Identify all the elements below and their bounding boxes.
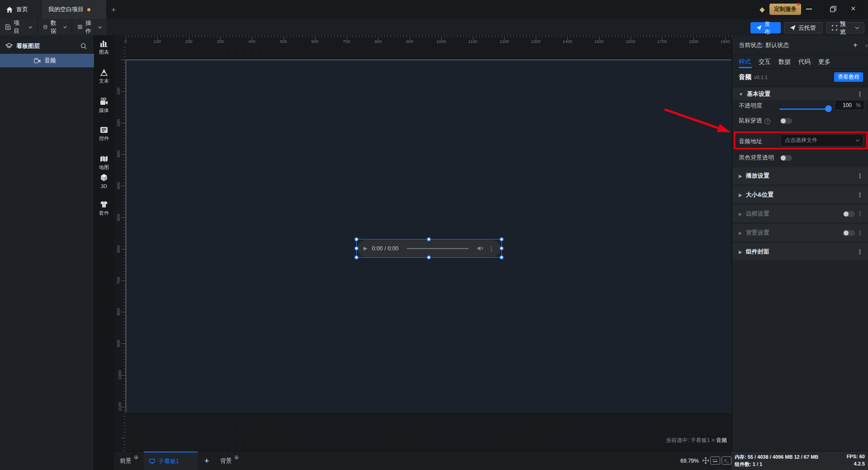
expand-icon: ▶: [739, 249, 742, 254]
resize-handle-sw[interactable]: [354, 255, 359, 259]
board-tab-label: 子看板1: [158, 457, 179, 465]
state-value[interactable]: 默认状态: [765, 41, 789, 49]
publish-button[interactable]: 发布: [750, 22, 781, 33]
section-menu-icon[interactable]: ⋮: [857, 249, 863, 255]
section-menu-icon[interactable]: ⋮: [857, 91, 863, 97]
section-size-position[interactable]: ▶ 大小&位置 ⋮: [732, 186, 868, 203]
v-ruler-label: 1100: [117, 402, 122, 411]
section-cover[interactable]: ▶ 组件封面 ⋮: [732, 243, 868, 260]
v-ruler-label: 900: [116, 340, 121, 347]
resize-handle-s[interactable]: [427, 255, 431, 259]
cloud-host-label: 云托管: [798, 24, 816, 32]
asset-item-3d[interactable]: 3D: [94, 174, 114, 189]
menu-actions-label: 操作: [85, 19, 94, 35]
restore-window-button[interactable]: [830, 6, 836, 12]
h-ruler-label: 700: [343, 39, 350, 44]
component-name: 音频: [739, 73, 751, 81]
asset-item-charts[interactable]: 图表: [94, 40, 114, 56]
background-toggle[interactable]: [843, 230, 855, 236]
section-border[interactable]: ▶ 边框设置 ⋮: [732, 205, 868, 222]
menu-actions[interactable]: 操作: [72, 19, 107, 35]
tab-data[interactable]: 数据: [778, 58, 791, 66]
resize-handle-e[interactable]: [500, 246, 504, 250]
layers-panel-title: 看板图层: [16, 42, 40, 50]
play-icon[interactable]: ▶: [363, 245, 367, 251]
asset-item-label: 套件: [99, 210, 109, 216]
add-foreground-icon[interactable]: ⊕: [134, 454, 138, 461]
h-ruler-label: 1000: [436, 39, 446, 44]
border-toggle[interactable]: [843, 211, 855, 217]
asset-item-maps[interactable]: 地图: [94, 155, 114, 171]
section-playback[interactable]: ▶ 播放设置 ⋮: [732, 167, 868, 184]
expand-states-icon[interactable]: ›: [865, 41, 868, 49]
resize-handle-ne[interactable]: [500, 237, 504, 241]
console-icon[interactable]: >_: [722, 456, 731, 465]
tab-code[interactable]: 代码: [798, 58, 811, 66]
add-board-button[interactable]: +: [204, 451, 209, 470]
canvas-area[interactable]: 0100200300400500600700800900100011001200…: [114, 35, 732, 451]
resize-handle-w[interactable]: [354, 246, 359, 250]
section-basic-settings[interactable]: ▼ 基本设置 ⋮: [732, 88, 868, 100]
background-button[interactable]: 背景: [220, 451, 232, 470]
chevron-down-icon: [28, 25, 32, 28]
chevron-down-icon: [63, 25, 66, 28]
foreground-button[interactable]: 前景: [120, 451, 132, 470]
resize-handle-n[interactable]: [427, 237, 431, 241]
tab-current-project[interactable]: 我的空白项目: [42, 0, 106, 19]
h-ruler-label: 500: [280, 39, 287, 44]
h-ruler-label: 900: [406, 39, 413, 44]
resize-handle-nw[interactable]: [354, 237, 359, 241]
player-menu-icon[interactable]: ⋮: [488, 245, 495, 252]
state-bar: 当前状态: 默认状态 + ›: [739, 35, 868, 55]
asset-item-text[interactable]: 文本: [94, 69, 114, 85]
layer-item-audio[interactable]: 音频: [0, 54, 94, 67]
tab-interaction[interactable]: 交互: [759, 58, 771, 66]
fit-view-icon[interactable]: [701, 456, 711, 465]
opacity-slider[interactable]: [779, 108, 831, 110]
opacity-slider-knob[interactable]: [825, 105, 832, 112]
resize-handle-se[interactable]: [500, 255, 504, 259]
section-menu-icon[interactable]: ⋮: [857, 173, 863, 179]
custom-service-button[interactable]: 定制服务: [769, 4, 801, 15]
close-button[interactable]: ×: [851, 4, 856, 14]
section-background[interactable]: ▶ 背景设置 ⋮: [732, 224, 868, 241]
section-menu-icon[interactable]: ⋮: [857, 230, 863, 236]
minimize-button[interactable]: [806, 9, 812, 9]
cloud-host-button[interactable]: 云托管: [784, 22, 823, 33]
new-tab-button[interactable]: +: [111, 6, 116, 14]
volume-icon[interactable]: [477, 245, 484, 251]
tab-style[interactable]: 样式: [739, 58, 751, 66]
add-state-button[interactable]: +: [853, 41, 858, 50]
audio-player-component[interactable]: ▶ 0:00 / 0:00 ⋮: [357, 240, 501, 257]
menu-data[interactable]: 数据: [38, 19, 71, 35]
asset-item-kits[interactable]: 套件: [94, 201, 114, 216]
tab-more[interactable]: 更多: [818, 58, 830, 66]
player-progress-bar[interactable]: [407, 248, 469, 249]
section-menu-icon[interactable]: ⋮: [857, 211, 863, 217]
component-version: v0.1.1: [754, 75, 768, 80]
zoom-level[interactable]: 69.79%: [680, 451, 699, 470]
inspector-tabs: 样式 交互 数据 代码 更多: [739, 55, 830, 68]
asset-item-widgets[interactable]: 控件: [94, 127, 114, 142]
section-label: 边框设置: [746, 210, 769, 218]
section-menu-icon[interactable]: ⋮: [857, 192, 863, 198]
expand-icon: ▶: [739, 212, 742, 216]
dashboard-board[interactable]: [126, 60, 731, 412]
search-icon[interactable]: [80, 43, 87, 49]
black-bg-toggle[interactable]: [780, 155, 792, 161]
shortcut-keys-icon[interactable]: [710, 456, 720, 465]
preview-button[interactable]: 预览: [826, 22, 864, 33]
asset-item-media[interactable]: 媒体: [94, 98, 114, 114]
asset-item-label: 文本: [99, 78, 109, 85]
help-icon[interactable]: ?: [764, 118, 770, 124]
h-ruler-label: 1700: [657, 39, 667, 44]
mouse-through-toggle[interactable]: [780, 118, 792, 124]
tutorial-button[interactable]: 查看教程: [834, 72, 863, 82]
home-icon: [6, 7, 13, 13]
board-tab-active[interactable]: 子看板1: [144, 451, 198, 470]
add-background-icon[interactable]: ⊕: [234, 454, 239, 461]
tab-home[interactable]: 首页: [0, 0, 42, 19]
preview-label: 预览: [840, 20, 851, 36]
menu-project[interactable]: 项目: [0, 19, 37, 35]
opacity-input[interactable]: 100 %: [835, 100, 864, 110]
